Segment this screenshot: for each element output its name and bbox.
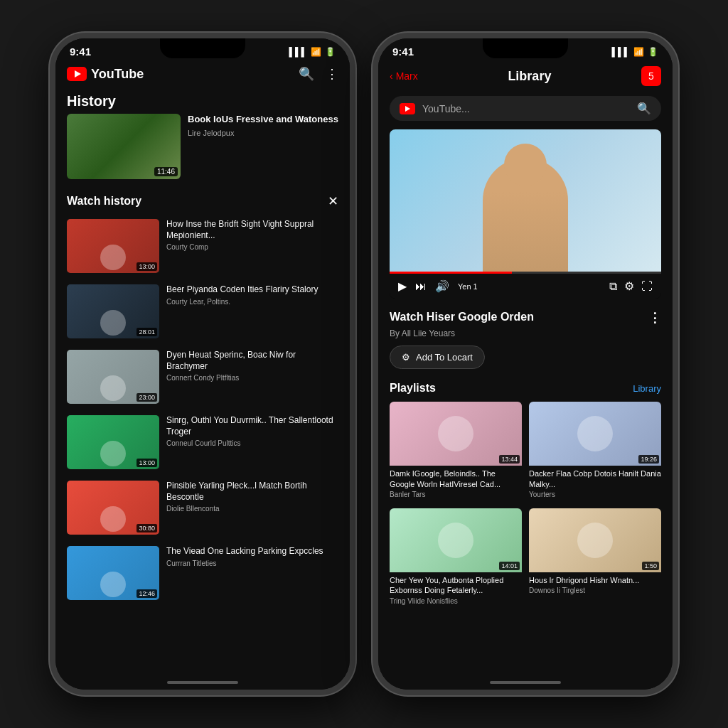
close-history-button[interactable]: ✕ xyxy=(328,193,338,209)
vid-channel-6: Currran Titleties xyxy=(166,560,338,567)
search-input[interactable]: YouTube... xyxy=(422,103,630,114)
notifications-button[interactable]: 5 xyxy=(641,66,661,86)
pl-duration-3: 14:01 xyxy=(499,562,520,570)
app-header-left: YouTube 🔍 ⋮ xyxy=(55,60,350,87)
person-icon-4 xyxy=(100,441,126,466)
notch-right xyxy=(483,38,568,58)
playlist-item-4[interactable]: 1:50 Hous lr Dhrigond Hishr Wnatn... Dow… xyxy=(529,508,661,608)
vid-duration-4: 13:00 xyxy=(136,459,157,467)
playlist-item-3[interactable]: 14:01 Cher Yew You, Autbonta Ploplied Ex… xyxy=(390,508,522,608)
playlist-grid: 13:44 Damk IGoogle, Beloindls.. The Goog… xyxy=(390,402,661,607)
playlist-item-2[interactable]: 19:26 Dacker Flaa Cobp Dotois Hanilt Dan… xyxy=(529,402,661,501)
bell-icon: 5 xyxy=(648,70,654,82)
pip-button[interactable]: ⧉ xyxy=(609,280,617,293)
battery-icon-right: 🔋 xyxy=(648,47,658,57)
vid-channel-3: Connert Condy Pltfltias xyxy=(166,374,338,382)
battery-icon: 🔋 xyxy=(325,47,336,57)
playlist-thumb-4: 1:50 xyxy=(529,508,661,572)
playlist-thumb-3: 14:01 xyxy=(390,508,522,572)
video-info-1: How Inse the Bridft Sight Vight Suppral … xyxy=(166,219,338,251)
pl-duration-1: 13:44 xyxy=(499,455,520,464)
search-yt-icon xyxy=(400,103,415,114)
status-time-left: 9:41 xyxy=(70,46,91,58)
list-item[interactable]: 13:00 How Inse the Bridft Sight Vight Su… xyxy=(55,213,350,279)
list-item[interactable]: 12:46 The Viead One Lacking Parking Expc… xyxy=(55,540,350,606)
next-button[interactable]: ⏭ xyxy=(415,280,427,293)
watch-history-header: Watch history ✕ xyxy=(55,188,350,213)
vid-title-5: Pinsible Yarling Pleck...l Match Bortih … xyxy=(166,481,338,503)
add-to-cart-label: Add To Locart xyxy=(416,352,473,363)
pl-duration-4: 1:50 xyxy=(642,562,659,570)
playlist-channel-3: Tring Vliide Nonisflies xyxy=(390,597,522,605)
playlist-channel-2: Yourters xyxy=(529,491,661,498)
home-indicator-right xyxy=(378,675,673,690)
player-person xyxy=(483,158,568,272)
search-bar[interactable]: YouTube... 🔍 xyxy=(390,96,661,121)
vid-title-6: The Viead One Lacking Parking Expccles xyxy=(166,546,338,557)
player-controls: ▶ ⏭ 🔊 Yen 1 ⧉ ⚙ ⛶ xyxy=(390,274,661,299)
search-icon[interactable]: 🔍 xyxy=(637,102,651,115)
list-item[interactable]: 28:01 Beer Piyanda Coden Ities Flariry S… xyxy=(55,279,350,344)
video-thumb-1: 13:00 xyxy=(67,219,159,273)
list-item[interactable]: 30:80 Pinsible Yarling Pleck...l Match B… xyxy=(55,475,350,540)
youtube-icon xyxy=(67,67,87,81)
video-details: Watch Hiser Google Orden ⋮ By All Liie Y… xyxy=(378,303,673,382)
video-thumb-4: 13:00 xyxy=(67,415,159,469)
vid-duration-1: 13:00 xyxy=(136,262,157,271)
back-button[interactable]: ‹ Marx xyxy=(390,70,418,82)
playlist-item-1[interactable]: 13:44 Damk IGoogle, Beloindls.. The Goog… xyxy=(390,402,522,501)
settings-button[interactable]: ⚙ xyxy=(624,279,634,293)
playlist-title-3: Cher Yew You, Autbonta Ploplied Exbornss… xyxy=(390,575,522,596)
playlist-info-4: Hous lr Dhrigond Hishr Wnatn... Downos I… xyxy=(529,572,661,597)
time-display: Yen 1 xyxy=(458,282,478,291)
menu-button[interactable]: ⋮ xyxy=(326,66,338,82)
person-icon-1 xyxy=(100,245,126,270)
playlists-title: Playlists xyxy=(390,382,436,395)
list-item[interactable]: 13:00 Sinrg, Outhl You Duvrmik.. Ther Sa… xyxy=(55,410,350,475)
video-thumb-6: 12:46 xyxy=(67,546,159,600)
app-header-right: ‹ Marx Library 5 xyxy=(378,60,673,92)
vid-duration-6: 12:46 xyxy=(136,589,157,598)
library-link[interactable]: Library xyxy=(633,383,661,394)
playlist-info-3: Cher Yew You, Autbonta Ploplied Exbornss… xyxy=(390,572,522,608)
video-info-5: Pinsible Yarling Pleck...l Match Bortih … xyxy=(166,481,338,513)
list-item[interactable]: 23:00 Dyen Heuat Sperinc, Boac Niw for B… xyxy=(55,344,350,410)
status-time-right: 9:41 xyxy=(392,46,414,58)
notch xyxy=(160,38,245,58)
more-options-button[interactable]: ⋮ xyxy=(648,310,661,326)
person-icon-3 xyxy=(100,375,126,401)
playlist-thumb-2: 19:26 xyxy=(529,402,661,466)
vid-title-1: How Inse the Bridft Sight Vight Suppral … xyxy=(166,219,338,241)
add-to-cart-button[interactable]: ⚙ Add To Locart xyxy=(390,346,485,369)
video-main-title-text: Watch Hiser Google Orden xyxy=(390,310,648,325)
video-main-channel: By All Liie Yeuars xyxy=(390,328,661,338)
vid-channel-5: Diolie Bllenconta xyxy=(166,505,338,513)
controls-left: ▶ ⏭ 🔊 Yen 1 xyxy=(398,279,478,293)
fullscreen-button[interactable]: ⛶ xyxy=(641,280,653,293)
library-page-title: Library xyxy=(508,69,551,84)
page-title-history: History xyxy=(55,87,350,114)
playlist-title-2: Dacker Flaa Cobp Dotois Hanilt Dania Mal… xyxy=(529,469,661,489)
playlist-info-1: Damk IGoogle, Beloindls.. The Google Wor… xyxy=(390,466,522,501)
player-video-area[interactable] xyxy=(390,129,661,272)
video-info-6: The Viead One Lacking Parking Expccles C… xyxy=(166,546,338,567)
featured-thumb[interactable]: 11:46 xyxy=(67,114,181,179)
yt-logo: YouTube xyxy=(67,67,144,82)
vid-title-3: Dyen Heuat Sperinc, Boac Niw for Brachym… xyxy=(166,350,338,372)
video-thumb-2: 28:01 xyxy=(67,284,159,338)
header-icons: 🔍 ⋮ xyxy=(299,66,338,82)
back-chevron-icon: ‹ xyxy=(390,70,393,82)
volume-button[interactable]: 🔊 xyxy=(435,279,449,293)
play-button[interactable]: ▶ xyxy=(398,279,407,293)
vid-channel-4: Conneul Courld Pulttics xyxy=(166,439,338,447)
progress-bar-container[interactable] xyxy=(390,272,661,274)
video-thumb-3: 23:00 xyxy=(67,350,159,404)
wifi-icon-right: 📶 xyxy=(633,47,644,57)
person-icon-2 xyxy=(100,310,126,336)
video-list[interactable]: 13:00 How Inse the Bridft Sight Vight Su… xyxy=(55,213,350,675)
vid-duration-5: 30:80 xyxy=(136,524,157,532)
search-button[interactable]: 🔍 xyxy=(299,66,314,82)
vid-title-4: Sinrg, Outhl You Duvrmik.. Ther Sallentl… xyxy=(166,415,338,437)
watch-history-title: Watch history xyxy=(67,195,141,208)
featured-info: Book IoUs Fressive and Watoness Lire Jel… xyxy=(188,114,338,179)
